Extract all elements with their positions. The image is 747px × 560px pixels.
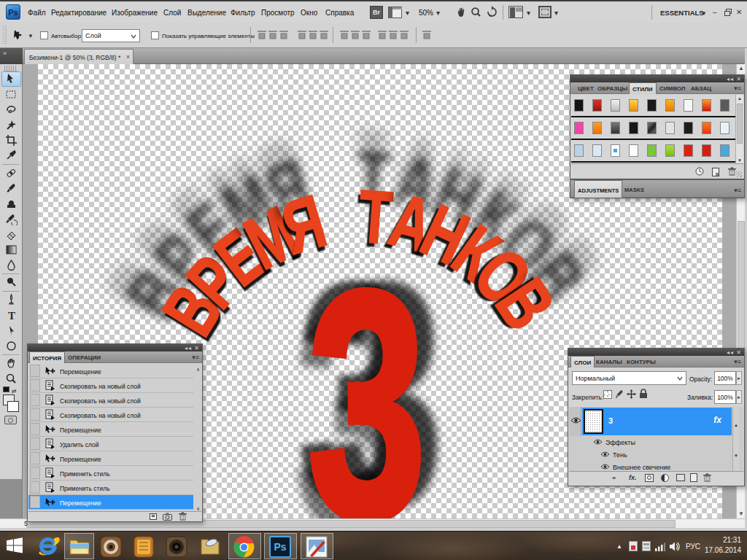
svg-text:T: T: [8, 310, 15, 322]
